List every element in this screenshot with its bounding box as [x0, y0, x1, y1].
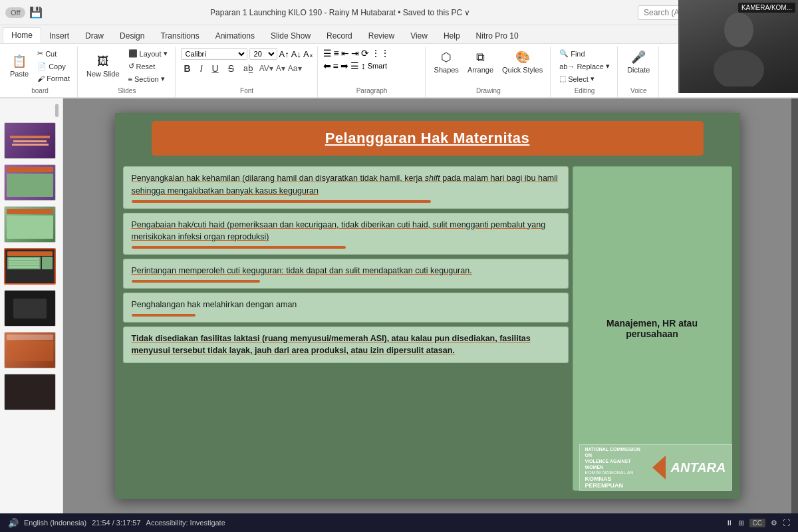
decrease-font-button[interactable]: A↓ [291, 49, 301, 59]
quick-styles-button[interactable]: 🎨 Quick Styles [499, 48, 546, 76]
tab-review[interactable]: Review [360, 29, 402, 43]
columns-button[interactable]: ⋮⋮ [371, 48, 390, 59]
tab-record[interactable]: Record [319, 29, 360, 43]
slide-thumb-1[interactable] [4, 122, 56, 159]
format-painter-button[interactable]: 🖌 Format [34, 73, 73, 84]
underline-button[interactable]: U [209, 62, 222, 75]
font-family-select[interactable]: Calibri [181, 48, 247, 60]
settings-icon[interactable]: ⚙ [771, 519, 777, 527]
time-display: 21:54 / 3:17:57 [92, 519, 140, 527]
slide-thumbnail-panel [0, 98, 63, 513]
slide-content: Penyangkalan hak kehamilan (dilarang ham… [123, 166, 732, 491]
bullets-button[interactable]: ☰ [323, 48, 332, 59]
increase-indent-button[interactable]: ⇥ [351, 48, 359, 59]
tab-transitions[interactable]: Transitions [152, 29, 207, 43]
layout-button[interactable]: ⬛ Layout ▾ [125, 48, 171, 59]
document-title: Paparan 1 Launching KILO 190 - Rainy M H… [48, 8, 632, 17]
status-right: ⏸ ⊞ CC ⚙ ⛶ [726, 519, 790, 527]
slide-thumb-4[interactable] [4, 248, 56, 285]
accessibility-status: Accessibility: Investigate [146, 519, 225, 527]
auto-save-toggle[interactable]: Off [5, 7, 25, 18]
align-right-button[interactable]: ➡ [340, 61, 348, 71]
bold-button[interactable]: B [181, 62, 194, 75]
thumb-bg-7 [5, 374, 55, 410]
shadow-button[interactable]: ab̲ [240, 63, 257, 74]
select-button[interactable]: ⬚ Select ▾ [556, 73, 613, 84]
tab-nitro[interactable]: Nitro Pro 10 [468, 29, 527, 43]
content-box-3[interactable]: Perintangan memperoleh cuti keguguran: t… [123, 259, 569, 289]
reset-button[interactable]: ↺ Reset [125, 61, 171, 72]
arrange-button[interactable]: ⧉ Arrange [464, 49, 497, 76]
thumb-bg-3 [5, 207, 55, 242]
content-box-4[interactable]: Penghalangan hak melahirkan dengan aman [123, 293, 569, 323]
content-box-2[interactable]: Pengabaian hak/cuti haid (pemeriksaan da… [123, 213, 569, 255]
fullscreen-icon[interactable]: ⛶ [783, 519, 790, 527]
cc-badge[interactable]: CC [749, 519, 765, 527]
paragraph-label: Paragraph [356, 87, 388, 96]
pause-icon[interactable]: ⏸ [726, 519, 733, 527]
find-button[interactable]: 🔍 Find [556, 48, 613, 59]
tab-view[interactable]: View [402, 29, 436, 43]
line-spacing-button[interactable]: ↕ [361, 61, 366, 71]
slide-canvas-area[interactable]: Pelanggaran Hak Maternitas Penyangkalan … [63, 98, 791, 513]
increase-font-button[interactable]: A↑ [279, 49, 289, 59]
dictate-button[interactable]: 🎤 Dictate [624, 48, 653, 76]
slide-thumb-7[interactable] [4, 374, 56, 410]
sound-icon[interactable]: 🔊 [8, 518, 19, 528]
thumb-bg-6 [5, 332, 55, 368]
slide-thumb-3[interactable] [4, 206, 56, 243]
text-color-indicator: A▾ [276, 64, 285, 73]
highlight-indicator: Aa▾ [288, 64, 302, 73]
ribbon-group-clipboard: 📋 Paste ✂ Cut 📄 Copy 🖌 Format board [3, 47, 78, 97]
align-left-button[interactable]: ⬅ [323, 61, 331, 71]
progress-bar-2 [132, 246, 346, 249]
numbering-button[interactable]: ≡ [334, 48, 339, 59]
svg-point-0 [724, 13, 753, 47]
tab-draw[interactable]: Draw [77, 29, 112, 43]
content-box-5[interactable]: Tidak disediakan fasilitas laktasi (ruan… [123, 327, 569, 364]
tab-insert[interactable]: Insert [41, 29, 77, 43]
slide-thumb-2[interactable] [4, 164, 56, 201]
decrease-indent-button[interactable]: ⇤ [341, 48, 349, 59]
text-direction-button[interactable]: ⟳ [361, 48, 369, 59]
slide-thumb-6[interactable] [4, 332, 56, 368]
tab-help[interactable]: Help [436, 29, 468, 43]
italic-button[interactable]: I [197, 62, 206, 75]
justify-button[interactable]: ☰ [350, 61, 359, 71]
tab-slideshow[interactable]: Slide Show [263, 29, 319, 43]
tab-home[interactable]: Home [3, 27, 41, 43]
content-box-1[interactable]: Penyangkalan hak kehamilan (dilarang ham… [123, 166, 569, 209]
replace-button[interactable]: ab→ Replace ▾ [556, 61, 613, 72]
section-button[interactable]: ≡ Section ▾ [125, 73, 171, 84]
tab-animations[interactable]: Animations [207, 29, 263, 43]
thumb-bg-5 [5, 291, 55, 326]
save-icon[interactable]: 💾 [29, 6, 43, 19]
grid-icon[interactable]: ⊞ [738, 519, 744, 527]
editing-label: Editing [575, 87, 595, 96]
progress-bar-4 [132, 314, 196, 317]
font-size-select[interactable]: 20 [249, 48, 277, 60]
slide-thumb-5[interactable] [4, 290, 56, 327]
cut-button[interactable]: ✂ Cut [34, 48, 73, 59]
align-center-button[interactable]: ≡ [333, 61, 338, 71]
clear-format-button[interactable]: Aₓ [303, 49, 313, 59]
paste-button[interactable]: 📋 Paste [7, 52, 32, 80]
title-bar-left: Off 💾 [5, 6, 43, 19]
new-slide-button[interactable]: 🖼 New Slide [83, 53, 123, 80]
komnas-logo: NATIONAL COMMISSION ON VIOLENCE AGAINST … [585, 446, 645, 489]
font-color-indicator: AV▾ [259, 64, 273, 73]
slide-language: English (Indonesia) [24, 519, 86, 527]
quick-styles-icon: 🎨 [515, 50, 530, 65]
font-label: Font [240, 87, 253, 96]
content-text-5: Tidak disediakan fasilitas laktasi (ruan… [132, 334, 531, 356]
format-painter-icon: 🖌 [37, 74, 45, 82]
smartart-button[interactable]: Smart [368, 62, 387, 70]
ribbon-group-slides: 🖼 New Slide ⬛ Layout ▾ ↺ Reset ≡ Section… [79, 47, 176, 97]
tab-design[interactable]: Design [112, 29, 152, 43]
strikethrough-button[interactable]: S [225, 62, 237, 75]
right-dark-panel [791, 98, 798, 513]
copy-button[interactable]: 📄 Copy [34, 61, 73, 72]
shapes-button[interactable]: ⬡ Shapes [431, 48, 462, 76]
slide-logo-area: NATIONAL COMMISSION ON VIOLENCE AGAINST … [579, 444, 732, 491]
camera-panel: KAMERA/KOM... [678, 0, 798, 93]
